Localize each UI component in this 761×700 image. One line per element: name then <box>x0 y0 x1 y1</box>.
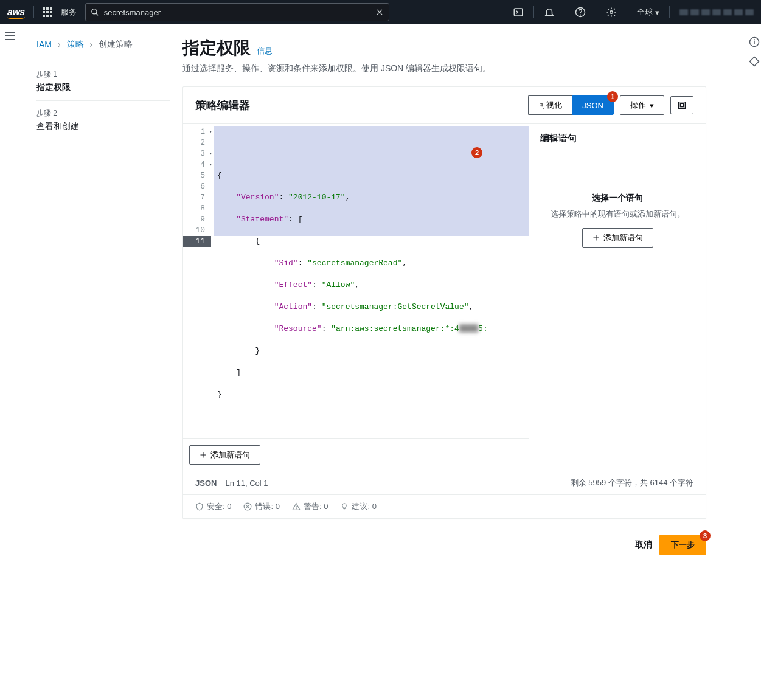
breadcrumb-current: 创建策略 <box>99 39 133 50</box>
caret-down-icon: ▾ <box>655 8 659 17</box>
shield-icon <box>195 502 204 511</box>
errors-check[interactable]: 错误: 0 <box>243 501 279 512</box>
editor-status-bar: JSON Ln 11, Col 1 剩余 5959 个字符，共 6144 个字符 <box>183 471 706 494</box>
fullscreen-button[interactable] <box>670 96 693 114</box>
plus-icon <box>592 234 600 241</box>
hamburger-icon <box>5 32 15 40</box>
cursor-position: Ln 11, Col 1 <box>225 479 268 488</box>
search-icon <box>91 8 99 16</box>
cloudshell-icon[interactable] <box>513 7 524 18</box>
step-title: 指定权限 <box>36 82 170 93</box>
nav-separator <box>33 6 34 18</box>
wizard-step-2[interactable]: 步骤 2 查看和创建 <box>36 101 170 139</box>
svg-rect-14 <box>679 102 686 109</box>
statement-panel: 编辑语句 选择一个语句 选择策略中的现有语句或添加新语句。 添加新语句 <box>529 124 706 471</box>
json-mode-button[interactable]: JSON 1 <box>572 95 614 115</box>
actions-dropdown[interactable]: 操作 ▾ <box>620 95 664 115</box>
right-rail <box>749 36 760 67</box>
chevron-right-icon: › <box>90 40 93 49</box>
gear-icon[interactable] <box>606 7 617 18</box>
help-icon[interactable] <box>575 7 586 18</box>
warning-icon <box>292 502 301 511</box>
aws-logo[interactable]: aws <box>7 7 25 18</box>
plus-icon <box>200 451 207 459</box>
step-label: 步骤 2 <box>36 108 170 119</box>
char-count: 剩余 5959 个字符，共 6144 个字符 <box>571 477 693 488</box>
code-body[interactable]: { "Version": "2012-10-17", "Statement": … <box>214 124 529 438</box>
bell-icon[interactable] <box>544 7 555 18</box>
clear-icon[interactable] <box>375 8 384 16</box>
apps-grid-icon[interactable] <box>43 7 52 17</box>
warnings-check[interactable]: 警告: 0 <box>292 501 328 512</box>
validation-bar: 安全: 0 错误: 0 警告: 0 建议: 0 <box>183 494 706 518</box>
line-gutter: 1234567891011 <box>183 124 214 438</box>
next-button[interactable]: 下一步 3 <box>659 535 706 555</box>
footer-actions: 取消 下一步 3 <box>182 535 706 555</box>
fullscreen-icon <box>677 100 687 110</box>
search-box[interactable] <box>85 3 389 21</box>
step-title: 查看和创建 <box>36 121 170 132</box>
search-input[interactable] <box>104 8 370 17</box>
svg-line-1 <box>96 13 99 16</box>
security-check[interactable]: 安全: 0 <box>195 501 231 512</box>
wizard-nav: IAM › 策略 › 创建策略 步骤 1 指定权限 步骤 2 查看和创建 <box>24 24 182 580</box>
breadcrumb: IAM › 策略 › 创建策略 <box>36 39 170 50</box>
wizard-step-1[interactable]: 步骤 1 指定权限 <box>36 62 170 101</box>
add-statement-button[interactable]: 添加新语句 <box>189 445 260 465</box>
account-menu[interactable] <box>679 9 754 15</box>
code-editor[interactable]: 2 1234567891011 { "Version": "2012-10-17… <box>183 124 529 471</box>
svg-point-0 <box>92 9 97 14</box>
info-link[interactable]: 信息 <box>257 46 273 57</box>
annotation-badge-1: 1 <box>607 91 618 102</box>
bulb-icon <box>340 502 349 511</box>
empty-title: 选择一个语句 <box>540 193 695 204</box>
info-circle-icon[interactable] <box>749 36 760 47</box>
content: 指定权限 信息 通过选择服务、操作、资源和条件来添加权限。使用 JSON 编辑器… <box>182 24 761 580</box>
services-label[interactable]: 服务 <box>61 7 77 18</box>
error-icon <box>243 502 252 511</box>
svg-point-24 <box>296 508 297 509</box>
region-selector[interactable]: 全球 ▾ <box>637 7 659 18</box>
page-description: 通过选择服务、操作、资源和条件来添加权限。使用 JSON 编辑器生成权限语句。 <box>182 63 706 74</box>
editor-mode-label: JSON <box>195 479 217 488</box>
cancel-button[interactable]: 取消 <box>635 539 652 550</box>
nav-right: 全球 ▾ <box>513 6 754 18</box>
empty-desc: 选择策略中的现有语句或添加新语句。 <box>540 209 695 220</box>
chevron-right-icon: › <box>58 40 61 49</box>
top-nav: aws 服务 全球 ▾ <box>0 0 761 24</box>
visual-mode-button[interactable]: 可视化 <box>528 95 572 115</box>
annotation-badge-3: 3 <box>700 530 711 541</box>
breadcrumb-iam[interactable]: IAM <box>36 40 52 49</box>
side-toggle[interactable] <box>5 32 15 40</box>
annotation-badge-2: 2 <box>471 147 482 158</box>
svg-rect-15 <box>680 103 683 106</box>
diamond-icon[interactable] <box>749 56 760 67</box>
step-label: 步骤 1 <box>36 69 170 80</box>
svg-point-7 <box>610 11 613 14</box>
policy-editor-panel: 策略编辑器 可视化 JSON 1 操作 ▾ <box>182 86 706 519</box>
suggestions-check[interactable]: 建议: 0 <box>340 501 376 512</box>
caret-down-icon: ▾ <box>650 101 654 110</box>
svg-point-13 <box>754 40 755 40</box>
svg-point-6 <box>580 15 581 15</box>
editor-mode-toggle: 可视化 JSON 1 <box>528 95 614 115</box>
breadcrumb-policies[interactable]: 策略 <box>67 39 84 50</box>
panel-title: 策略编辑器 <box>195 98 250 113</box>
add-statement-button-side[interactable]: 添加新语句 <box>582 228 653 248</box>
statement-panel-title: 编辑语句 <box>540 133 695 144</box>
page-title: 指定权限 <box>182 36 251 60</box>
